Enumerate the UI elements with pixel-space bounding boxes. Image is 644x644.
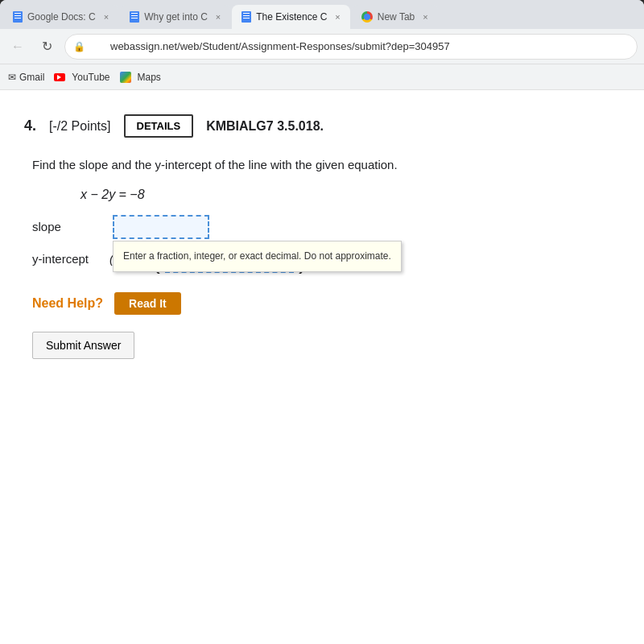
tab-google-docs[interactable]: Google Docs: C × [3,5,118,29]
tab-new-tab[interactable]: New Tab × [352,5,438,29]
gmail-icon: ✉ [8,72,16,83]
equation-display: x − 2y = −8 [80,184,612,207]
need-help-label: Need Help? [32,292,103,316]
slope-input-wrapper: Enter a fraction, integer, or exact deci… [113,215,209,239]
slope-input[interactable] [113,215,209,239]
problem-body: Find the slope and the y-intercept of th… [24,154,620,359]
bookmark-gmail[interactable]: ✉ Gmail [8,72,44,83]
browser-window: Google Docs: C × Why get into C × The Ex… [0,0,644,644]
address-bar[interactable]: 🔒 webassign.net/web/Student/Assignment-R… [64,34,638,60]
submit-row: Submit Answer [32,332,612,359]
problem-code: KMBIALG7 3.5.018. [206,119,324,134]
tab-the-existence[interactable]: The Existence C × [232,5,349,29]
page-content: 4. [-/2 Points] DETAILS KMBIALG7 3.5.018… [0,90,644,644]
points-label: [-/2 Points] [49,119,110,134]
lock-icon: 🔒 [73,41,85,52]
docs-icon [13,11,23,23]
docs-icon-2 [130,11,139,23]
chrome-icon [361,11,373,23]
youtube-icon [54,73,65,81]
details-button[interactable]: DETAILS [124,114,194,138]
slope-tooltip: Enter a fraction, integer, or exact deci… [113,241,402,273]
need-help-row: Need Help? Read It [32,292,612,316]
tab-why-get-into[interactable]: Why get into C × [120,5,230,29]
address-bar-row: ← ↻ 🔒 webassign.net/web/Student/Assignme… [0,29,644,64]
slope-label: slope [32,216,105,237]
question-header: 4. [-/2 Points] DETAILS KMBIALG7 3.5.018… [24,106,620,138]
maps-icon [120,72,131,83]
docs-icon-3 [242,11,251,23]
back-button[interactable]: ← [6,35,29,58]
slope-row: slope Enter a fraction, integer, or exac… [32,215,612,239]
tab-close-icon-2[interactable]: × [216,12,221,22]
tab-close-icon-4[interactable]: × [423,12,427,22]
submit-button[interactable]: Submit Answer [32,332,134,359]
reload-button[interactable]: ↻ [35,35,58,58]
instructions-text: Find the slope and the y-intercept of th… [32,154,612,175]
question-number: 4. [24,118,36,134]
y-intercept-label: y-intercept [32,248,105,270]
bookmark-youtube[interactable]: YouTube [54,72,109,83]
tab-bar: Google Docs: C × Why get into C × The Ex… [0,0,644,29]
bookmarks-bar: ✉ Gmail YouTube Maps [0,64,644,90]
tab-close-icon-3[interactable]: × [335,12,340,22]
bookmark-maps[interactable]: Maps [120,72,161,83]
tab-close-icon[interactable]: × [104,12,109,22]
read-it-button[interactable]: Read It [114,292,181,315]
